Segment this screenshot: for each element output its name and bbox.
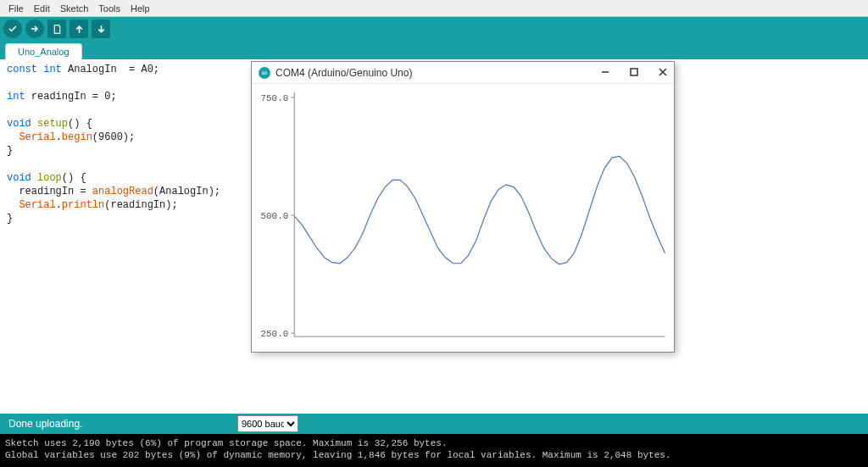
svg-rect-0 xyxy=(631,69,637,75)
ytick-750: 750.0 xyxy=(261,93,289,103)
ytick-500: 500.0 xyxy=(261,211,289,221)
close-button[interactable] xyxy=(659,67,667,79)
maximize-icon xyxy=(630,68,638,76)
workspace: const int AnalogIn = A0; int readingIn =… xyxy=(0,59,868,414)
tab-bar: Uno_Analog xyxy=(0,41,868,59)
upload-button[interactable] xyxy=(25,19,44,38)
console: Sketch uses 2,190 bytes (6%) of program … xyxy=(0,434,868,467)
status-text: Done uploading. xyxy=(8,418,82,430)
toolbar xyxy=(0,17,868,41)
plotter-title-text: COM4 (Arduino/Genuino Uno) xyxy=(275,67,412,79)
arrow-right-icon xyxy=(30,24,40,34)
menu-tools[interactable]: Tools xyxy=(93,2,125,15)
menu-edit[interactable]: Edit xyxy=(29,2,55,15)
maximize-button[interactable] xyxy=(630,67,638,79)
arrow-up-icon xyxy=(74,24,85,35)
open-button[interactable] xyxy=(70,19,88,38)
plot-svg: 750.0 500.0 250.0 xyxy=(252,84,674,352)
plot-line xyxy=(294,156,665,264)
arrow-down-icon xyxy=(96,24,107,35)
menu-sketch[interactable]: Sketch xyxy=(55,2,94,15)
ytick-250: 250.0 xyxy=(261,329,289,339)
serial-plotter-window[interactable]: ∞ COM4 (Arduino/Genuino Uno) 750.0 500.0… xyxy=(251,61,675,353)
verify-button[interactable] xyxy=(3,19,22,38)
minimize-button[interactable] xyxy=(601,67,609,79)
minimize-icon xyxy=(601,68,609,76)
plotter-titlebar[interactable]: ∞ COM4 (Arduino/Genuino Uno) xyxy=(252,62,674,84)
baud-select[interactable]: 9600 baud xyxy=(237,415,298,432)
new-sketch-button[interactable] xyxy=(47,19,66,38)
close-icon xyxy=(659,68,667,76)
status-bar: Done uploading. 9600 baud xyxy=(0,414,868,434)
plot-area: 750.0 500.0 250.0 xyxy=(252,84,674,352)
console-line1: Sketch uses 2,190 bytes (6%) of program … xyxy=(5,438,448,448)
arduino-logo-icon: ∞ xyxy=(259,67,270,79)
menubar[interactable]: File Edit Sketch Tools Help xyxy=(0,0,868,17)
menu-help[interactable]: Help xyxy=(125,2,155,15)
file-icon xyxy=(52,24,63,35)
save-button[interactable] xyxy=(92,19,110,38)
console-line2: Global variables use 202 bytes (9%) of d… xyxy=(5,450,671,460)
tab-sketch[interactable]: Uno_Analog xyxy=(5,43,82,59)
baud-select-wrap: 9600 baud xyxy=(237,415,298,432)
menu-file[interactable]: File xyxy=(3,2,29,15)
check-icon xyxy=(8,24,18,34)
